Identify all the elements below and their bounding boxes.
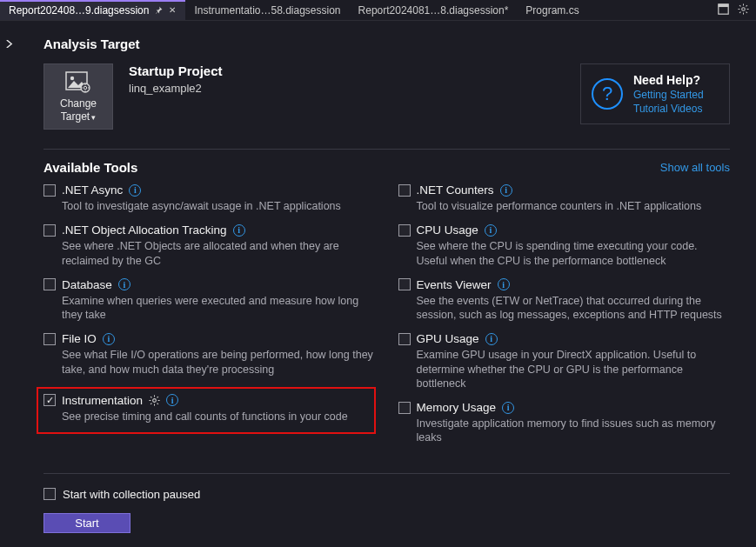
tool-description: Investigate application memory to find i… bbox=[417, 417, 731, 445]
change-target-label2: Target▾ bbox=[61, 110, 96, 123]
tool-checkbox-net-object-allocation-tracking[interactable] bbox=[43, 224, 56, 237]
info-icon[interactable]: i bbox=[166, 394, 178, 406]
tab-program-cs[interactable]: Program.cs bbox=[517, 0, 587, 20]
tool-name: Database bbox=[62, 278, 112, 291]
svg-point-19 bbox=[153, 398, 157, 402]
help-question-icon: ? bbox=[592, 78, 623, 110]
tool-checkbox-events-viewer[interactable] bbox=[398, 278, 411, 290]
svg-line-26 bbox=[151, 403, 151, 404]
close-icon[interactable]: ✕ bbox=[168, 6, 177, 15]
tool-description: See precise timing and call counts of fu… bbox=[62, 410, 367, 424]
tab-instrumentation-58[interactable]: Instrumentatio…58.diagsession bbox=[185, 0, 349, 20]
dock-icon[interactable] bbox=[718, 3, 729, 17]
tool-description: Examine when queries were executed and m… bbox=[62, 294, 376, 323]
tool-net-async: .NET AsynciTool to investigate async/awa… bbox=[43, 183, 376, 213]
start-button-label: Start bbox=[75, 517, 98, 530]
info-icon[interactable]: i bbox=[233, 224, 245, 237]
tool-description: See where the CPU is spending time execu… bbox=[417, 239, 731, 268]
tool-description: See the events (ETW or NetTrace) that oc… bbox=[417, 294, 731, 323]
tab-label: Program.cs bbox=[525, 4, 579, 17]
tool-description: Examine GPU usage in your DirectX applic… bbox=[417, 348, 731, 390]
tool-checkbox-memory-usage[interactable] bbox=[398, 402, 411, 414]
tool-net-object-allocation-tracking: .NET Object Allocation TrackingiSee wher… bbox=[43, 223, 376, 268]
tool-events-viewer: Events VieweriSee the events (ETW or Net… bbox=[398, 278, 731, 323]
svg-line-9 bbox=[739, 11, 740, 12]
change-target-label1: Change bbox=[60, 97, 97, 110]
info-icon[interactable]: i bbox=[485, 333, 498, 345]
tool-description: Tool to visualize performance counters i… bbox=[417, 199, 731, 213]
info-icon[interactable]: i bbox=[118, 278, 130, 290]
analysis-target-heading: Analysis Target bbox=[43, 37, 730, 51]
pin-icon[interactable] bbox=[154, 6, 163, 15]
tool-name: .NET Object Allocation Tracking bbox=[62, 223, 227, 237]
svg-rect-1 bbox=[719, 3, 728, 6]
svg-line-24 bbox=[151, 397, 151, 397]
tool-checkbox-cpu-usage[interactable] bbox=[398, 224, 411, 237]
tool-net-counters: .NET CountersiTool to visualize performa… bbox=[398, 183, 731, 213]
start-paused-label: Start with collection paused bbox=[63, 488, 200, 501]
show-all-tools-link[interactable]: Show all tools bbox=[660, 161, 730, 174]
tool-description: Tool to investigate async/await usage in… bbox=[62, 199, 376, 213]
target-description: Startup Project linq_example2 bbox=[129, 63, 223, 95]
tab-report-9[interactable]: Report202408…9.diagsession ✕ bbox=[0, 0, 185, 20]
tool-instrumentation: InstrumentationiSee precise timing and c… bbox=[37, 387, 376, 434]
gear-icon[interactable] bbox=[738, 3, 749, 17]
svg-point-2 bbox=[742, 7, 746, 10]
tabbar-controls bbox=[718, 0, 756, 20]
tool-checkbox-net-async[interactable] bbox=[43, 184, 56, 197]
svg-line-25 bbox=[157, 403, 158, 404]
help-title: Need Help? bbox=[633, 73, 704, 87]
tool-settings-gear-icon[interactable] bbox=[149, 395, 160, 406]
tool-name: GPU Usage bbox=[417, 332, 479, 345]
info-icon[interactable]: i bbox=[500, 184, 512, 197]
tab-report-8[interactable]: Report2024081…8.diagsession* bbox=[350, 0, 518, 20]
tool-gpu-usage: GPU UsageiExamine GPU usage in your Dire… bbox=[398, 332, 731, 390]
tool-description: See what File I/O operations are being p… bbox=[62, 348, 376, 377]
info-icon[interactable]: i bbox=[129, 184, 141, 197]
tool-checkbox-database[interactable] bbox=[43, 278, 56, 290]
tab-label: Report202408…9.diagsession bbox=[9, 4, 149, 17]
info-icon[interactable]: i bbox=[502, 402, 514, 414]
caret-down-icon: ▾ bbox=[91, 113, 96, 122]
info-icon[interactable]: i bbox=[498, 278, 510, 290]
tool-checkbox-net-counters[interactable] bbox=[398, 184, 411, 197]
tab-label: Instrumentatio…58.diagsession bbox=[194, 4, 340, 17]
tool-cpu-usage: CPU UsageiSee where the CPU is spending … bbox=[398, 223, 731, 268]
tab-label: Report2024081…8.diagsession* bbox=[358, 4, 509, 17]
svg-line-27 bbox=[157, 397, 158, 397]
tool-checkbox-instrumentation[interactable] bbox=[43, 394, 56, 406]
tool-memory-usage: Memory UsageiInvestigate application mem… bbox=[398, 401, 731, 445]
tool-name: .NET Counters bbox=[417, 183, 494, 197]
chevron-right-icon[interactable] bbox=[5, 38, 13, 50]
tab-bar: Report202408…9.diagsession ✕ Instrumenta… bbox=[0, 0, 756, 21]
help-panel: ? Need Help? Getting Started Tutorial Vi… bbox=[580, 63, 730, 124]
help-link-getting-started[interactable]: Getting Started bbox=[633, 89, 704, 101]
info-icon[interactable]: i bbox=[485, 224, 497, 237]
change-target-button[interactable]: Change Target▾ bbox=[43, 63, 113, 130]
help-link-tutorial-videos[interactable]: Tutorial Videos bbox=[633, 103, 704, 115]
tool-name: Instrumentation bbox=[62, 394, 143, 407]
tool-name: Memory Usage bbox=[417, 401, 497, 414]
svg-line-10 bbox=[746, 5, 747, 6]
target-image-icon bbox=[65, 71, 91, 94]
tool-name: .NET Async bbox=[62, 183, 123, 197]
tool-description: See where .NET Objects are allocated and… bbox=[62, 239, 376, 268]
tool-checkbox-file-io[interactable] bbox=[43, 333, 56, 345]
tool-name: File IO bbox=[62, 332, 97, 345]
tool-name: Events Viewer bbox=[417, 278, 492, 291]
info-icon[interactable]: i bbox=[103, 333, 115, 345]
start-button[interactable]: Start bbox=[43, 513, 130, 533]
target-title: Startup Project bbox=[129, 63, 223, 78]
tool-name: CPU Usage bbox=[417, 223, 478, 237]
tool-database: DatabaseiExamine when queries were execu… bbox=[43, 278, 376, 323]
svg-line-8 bbox=[746, 11, 747, 12]
available-tools-heading: Available Tools bbox=[43, 160, 137, 175]
svg-line-7 bbox=[739, 5, 740, 6]
svg-point-12 bbox=[70, 77, 74, 80]
start-paused-checkbox[interactable] bbox=[43, 488, 56, 500]
target-subtitle: linq_example2 bbox=[129, 82, 223, 95]
tool-file-io: File IOiSee what File I/O operations are… bbox=[43, 332, 376, 377]
expand-rail bbox=[0, 21, 17, 547]
tool-checkbox-gpu-usage[interactable] bbox=[398, 333, 411, 345]
